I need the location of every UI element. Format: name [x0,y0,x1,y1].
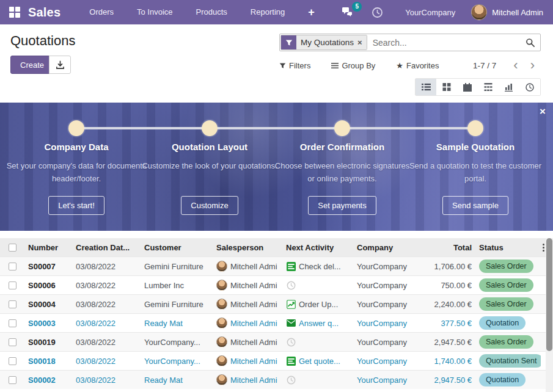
filters-button[interactable]: Filters [279,61,310,70]
row-checkbox[interactable] [9,338,16,346]
facet-remove-icon[interactable]: × [357,38,362,46]
customer-name: Ready Mat [141,376,213,385]
tasks-activity-icon[interactable] [286,356,296,366]
next-activity-label: Get quote... [299,357,340,366]
salesperson-avatar [216,261,227,272]
status-badge: Quotation [479,373,526,387]
row-checkbox[interactable] [9,357,16,365]
user-menu[interactable]: Mitchell Admin [492,8,543,17]
search-bar: My Quotations × [279,34,541,51]
groupby-button[interactable]: Group By [331,61,375,70]
table-row[interactable]: S00019 03/08/2022 YourCompany... Mitchel… [0,332,546,351]
onboarding-step-quotation-layout: Quotation Layout Customize the look of y… [139,142,280,172]
set-payments-button[interactable]: Set payments [308,196,376,215]
status-badge: Sales Order [479,278,533,292]
activity-clock-icon[interactable] [363,7,392,18]
row-checkbox[interactable] [9,281,16,289]
quotation-number: S00003 [24,319,72,328]
email-activity-icon[interactable] [286,318,296,328]
column-options-icon[interactable] [541,244,546,252]
plus-icon[interactable]: + [296,6,326,19]
page-title: Quotations [10,33,75,49]
column-header-company[interactable]: Company [353,243,417,252]
salesperson-avatar [216,355,227,366]
pager-range: 1-7 / 7 [473,61,496,70]
lets-start-button[interactable]: Let's start! [48,196,104,215]
clock-activity-icon[interactable] [286,337,296,347]
create-button[interactable]: Create [10,56,54,74]
status-badge: Quotation [479,316,526,330]
quotation-number: S00019 [24,338,72,347]
table-scrollbar-track[interactable] [546,238,553,392]
creation-date: 03/08/2022 [72,357,141,366]
export-button[interactable] [49,56,71,74]
row-checkbox[interactable] [9,300,16,308]
status-badge: Sales Order [479,335,533,349]
table-row[interactable]: S00018 03/08/2022 YourCompany... Mitchel… [0,351,546,370]
company-name: YourCompany [353,357,417,366]
upsell-chart-activity-icon[interactable] [286,299,296,309]
app-name[interactable]: Sales [28,5,60,20]
graph-view-button[interactable] [499,79,519,95]
column-header-creation-date[interactable]: Creation Dat... [72,243,141,252]
onboarding-step-company-data: Company Data Set your company's data for… [6,142,147,186]
clock-activity-icon[interactable] [286,280,296,290]
favorites-button[interactable]: ★ Favorites [396,61,439,70]
user-avatar[interactable] [471,4,487,20]
next-activity-label: Order Up... [299,300,338,309]
kanban-view-button[interactable] [436,79,457,95]
salesperson-name: Mitchell Admi [230,376,277,385]
status-badge: Quotation Sent [479,354,541,368]
pivot-view-button[interactable] [478,79,499,95]
column-header-customer[interactable]: Customer [141,243,213,252]
column-header-number[interactable]: Number [24,243,72,252]
apps-grid-icon[interactable] [9,7,20,18]
list-view-button[interactable] [416,79,436,95]
quotation-number: S00006 [24,281,72,290]
column-header-salesperson[interactable]: Salesperson [213,243,282,252]
table-header-row: Number Creation Dat... Customer Salesper… [0,238,546,256]
total-amount: 2,240.00 € [417,300,475,309]
table-row[interactable]: S00006 03/08/2022 Lumber Inc Mitchell Ad… [0,275,546,294]
quotation-number: S00018 [24,357,72,366]
customer-name: Lumber Inc [141,281,213,290]
creation-date: 03/08/2022 [72,281,141,290]
total-amount: 1,740.00 € [417,357,475,366]
pager-previous-icon[interactable]: ‹ [507,59,524,72]
nav-menu-to-invoice[interactable]: To Invoice [125,0,185,24]
table-row[interactable]: S00002 03/08/2022 Ready Mat Mitchell Adm… [0,370,546,389]
customize-button[interactable]: Customize [181,196,238,215]
company-switcher[interactable]: YourCompany [405,8,455,17]
onboarding-banner: × Company Data Set your company's data f… [0,103,553,231]
salesperson-name: Mitchell Admi [230,281,277,290]
column-header-total[interactable]: Total [417,243,475,252]
nav-menu-reporting[interactable]: Reporting [239,0,296,24]
calendar-view-button[interactable] [457,79,478,95]
tasks-activity-icon[interactable] [286,261,296,271]
row-checkbox[interactable] [9,376,16,384]
column-header-status[interactable]: Status [475,243,541,252]
row-checkbox[interactable] [9,263,16,270]
table-row[interactable]: S00004 03/08/2022 Gemini Furniture Mitch… [0,294,546,313]
row-checkbox[interactable] [9,319,16,327]
clock-activity-icon[interactable] [286,375,296,385]
total-amount: 2,947.50 € [417,376,475,385]
table-row[interactable]: S00007 03/08/2022 Gemini Furniture Mitch… [0,256,546,275]
messages-icon[interactable]: 5 [332,7,363,18]
column-header-next-activity[interactable]: Next Activity [282,243,353,252]
table-body: S00007 03/08/2022 Gemini Furniture Mitch… [0,256,546,389]
banner-close-icon[interactable]: × [540,106,546,117]
customer-name: YourCompany... [141,338,213,347]
nav-menu-orders[interactable]: Orders [78,0,125,24]
progress-dot-2 [202,120,218,136]
search-icon[interactable] [526,34,540,51]
activity-view-button[interactable] [519,79,540,95]
table-row[interactable]: S00003 03/08/2022 Ready Mat Mitchell Adm… [0,313,546,332]
table-scrollbar-thumb[interactable] [546,238,552,351]
search-input[interactable] [368,34,526,51]
download-icon [56,60,65,70]
nav-menu-products[interactable]: Products [185,0,239,24]
send-sample-button[interactable]: Send sample [442,196,508,215]
select-all-checkbox[interactable] [9,244,16,252]
pager-next-icon[interactable]: › [524,59,541,72]
